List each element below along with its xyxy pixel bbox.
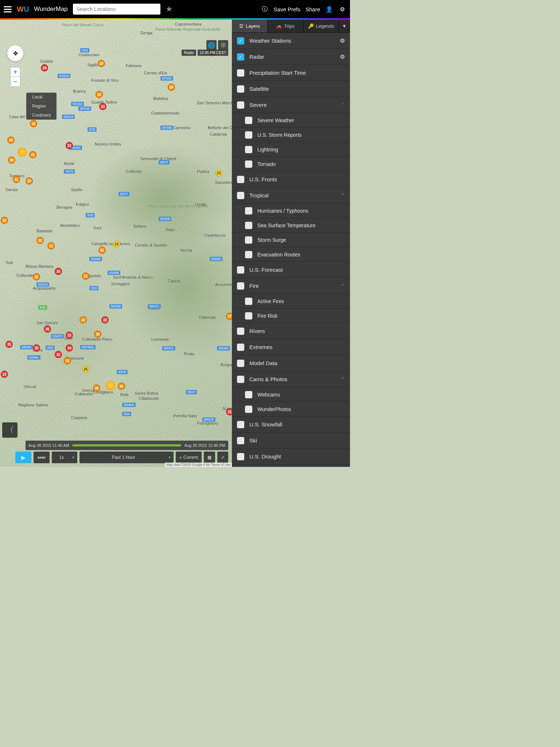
checkbox[interactable]: [237, 360, 244, 367]
checkbox[interactable]: [237, 453, 244, 460]
layer-row[interactable]: Extremes: [232, 339, 350, 355]
weather-station-marker[interactable]: 25: [82, 365, 89, 373]
skip-buttons[interactable]: ⏮⏭: [34, 452, 50, 463]
weather-station-marker[interactable]: 32: [96, 91, 103, 98]
gear-icon[interactable]: ⚙: [340, 53, 345, 60]
layer-row[interactable]: Ski: [232, 433, 350, 449]
checkbox[interactable]: [237, 266, 244, 274]
layer-row[interactable]: ✓Weather Stations⚙: [232, 33, 350, 49]
layer-row[interactable]: Tornado: [232, 157, 350, 171]
layer-row[interactable]: Rivers: [232, 323, 350, 339]
weather-station-marker[interactable]: 31: [82, 272, 89, 280]
layer-row[interactable]: Hurricanes / Typhoons: [232, 204, 350, 218]
range-dropdown[interactable]: Past 1 Hour: [79, 452, 174, 463]
speed-dropdown[interactable]: 1x: [52, 452, 77, 463]
layer-row[interactable]: Severe⌃: [232, 97, 350, 113]
checkbox[interactable]: [245, 146, 252, 153]
checkbox[interactable]: [245, 298, 252, 305]
weather-station-marker[interactable]: 32: [101, 316, 109, 324]
weather-station-marker[interactable]: 36: [44, 325, 51, 333]
layer-row[interactable]: ✓Radar⚙: [232, 49, 350, 65]
weather-station-marker[interactable]: 34: [66, 344, 73, 352]
weather-station-marker[interactable]: 31: [47, 242, 55, 249]
weather-station-marker[interactable]: 28: [168, 84, 175, 91]
weather-station-marker[interactable]: 31: [13, 176, 20, 183]
checkbox[interactable]: [237, 344, 244, 351]
zoom-out-button[interactable]: −: [11, 77, 20, 86]
weather-station-marker[interactable]: 32: [64, 357, 71, 364]
weather-station-marker[interactable]: 33: [1, 371, 8, 378]
layer-row[interactable]: Tropical⌃: [232, 187, 350, 204]
weather-station-marker[interactable]: 31: [33, 273, 40, 280]
weather-station-marker[interactable]: 32: [94, 330, 101, 338]
scope-option[interactable]: Region: [26, 102, 57, 111]
weather-station-marker[interactable]: 32: [79, 316, 87, 324]
menu-icon[interactable]: [4, 6, 12, 12]
layer-row[interactable]: U.S. Snowfall: [232, 417, 350, 433]
checkbox[interactable]: [237, 69, 244, 77]
checkbox[interactable]: [237, 437, 244, 444]
calendar-button[interactable]: ▦: [204, 452, 215, 463]
layer-row[interactable]: U.S. Drought: [232, 449, 350, 465]
layer-row[interactable]: Fire⌃: [232, 278, 350, 294]
scope-option[interactable]: Continent: [26, 111, 57, 120]
checkbox[interactable]: [237, 282, 244, 290]
broadcast-icon[interactable]: ⦾: [218, 40, 228, 50]
zoom-in-button[interactable]: +: [11, 67, 20, 77]
layer-row[interactable]: Active Fires: [232, 294, 350, 309]
checkbox[interactable]: [245, 406, 252, 413]
weather-station-marker[interactable]: 31: [29, 151, 36, 158]
collapse-icon[interactable]: ⌃: [341, 376, 345, 382]
weather-station-marker[interactable]: 23: [215, 169, 222, 177]
weather-station-marker[interactable]: 31: [98, 247, 106, 254]
weather-station-marker[interactable]: 32: [7, 136, 15, 144]
checkbox[interactable]: [245, 207, 252, 214]
weather-station-marker[interactable]: 29: [26, 177, 33, 185]
checkbox[interactable]: [237, 176, 244, 183]
weather-station-marker[interactable]: 30: [118, 383, 125, 390]
weather-station-marker[interactable]: 35: [5, 341, 13, 348]
weather-station-marker[interactable]: 35: [55, 268, 62, 275]
layer-row[interactable]: Fire Risk: [232, 309, 350, 323]
layer-row[interactable]: Sea Surface Temperature: [232, 218, 350, 233]
weather-station-marker[interactable]: 23: [113, 240, 120, 248]
map-canvas[interactable]: Parco del Monte CuccoCupramontanaParco N…: [0, 20, 232, 467]
tab-legends[interactable]: 🔑Legends: [303, 20, 339, 32]
weather-station-marker[interactable]: 33: [99, 103, 106, 110]
weather-station-marker[interactable]: 27: [226, 313, 232, 320]
globe-icon[interactable]: 🌐: [206, 40, 217, 50]
compass-button[interactable]: ✥: [7, 45, 23, 61]
checkbox[interactable]: [245, 391, 252, 398]
layer-row[interactable]: Precipitation Start Time: [232, 65, 350, 81]
checkbox[interactable]: [245, 312, 252, 320]
checkbox[interactable]: [237, 85, 244, 93]
checkbox[interactable]: [237, 376, 244, 383]
layer-row[interactable]: Model Data: [232, 355, 350, 371]
weather-station-marker[interactable]: 32: [55, 351, 62, 358]
checkbox[interactable]: ✓: [237, 53, 244, 61]
timeline-bar[interactable]: Aug 30 2015 11:45 AM Aug 30 2015 12:45 P…: [26, 441, 228, 450]
tab-collapse[interactable]: ▼: [339, 20, 350, 32]
weather-station-marker[interactable]: 35: [33, 344, 40, 352]
scope-option[interactable]: Local: [26, 93, 57, 102]
gear-icon[interactable]: ⚙: [340, 37, 345, 44]
collapse-icon[interactable]: ⌃: [341, 102, 345, 108]
weather-station-marker[interactable]: 30: [93, 384, 100, 392]
checkbox[interactable]: [237, 328, 244, 335]
layer-row[interactable]: Lightning: [232, 142, 350, 157]
weather-station-marker[interactable]: 34: [41, 64, 48, 71]
expand-button[interactable]: ⤢: [217, 452, 228, 463]
layer-row[interactable]: Evacuation Routes: [232, 247, 350, 262]
share-button[interactable]: Share: [306, 6, 320, 12]
weather-station-marker[interactable]: 32: [66, 142, 73, 149]
layer-row[interactable]: U.S. Fronts: [232, 171, 350, 187]
play-button[interactable]: ▶: [15, 452, 31, 463]
layer-row[interactable]: Webcams: [232, 387, 350, 402]
checkbox[interactable]: [237, 101, 244, 109]
layer-row[interactable]: U.S. Storm Reports: [232, 128, 350, 142]
weather-station-marker[interactable]: 33: [66, 332, 73, 339]
weather-station-marker[interactable]: 32: [36, 237, 44, 244]
layer-row[interactable]: Satellite: [232, 81, 350, 97]
checkbox[interactable]: [245, 236, 252, 244]
checkbox[interactable]: [245, 160, 252, 168]
